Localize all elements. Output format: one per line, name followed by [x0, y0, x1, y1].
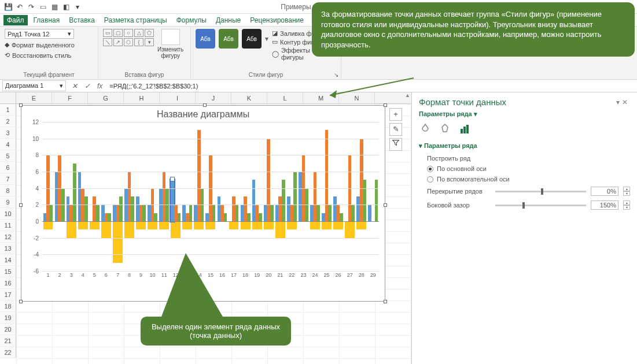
bar-series4[interactable] [136, 221, 146, 229]
bar-series4[interactable] [124, 221, 134, 238]
bar-series3[interactable] [224, 213, 227, 221]
bar-series3[interactable] [247, 213, 251, 221]
column-header[interactable]: J [196, 92, 231, 103]
row-header[interactable]: 19 [0, 312, 16, 324]
row-header[interactable]: 15 [0, 266, 16, 277]
shape-style-swatch[interactable]: Абв [196, 29, 215, 49]
overlap-slider[interactable] [495, 191, 586, 192]
column-header[interactable]: H [124, 92, 160, 103]
bar-series3[interactable] [235, 205, 239, 221]
bar-series4[interactable] [182, 221, 192, 229]
row-header[interactable]: 16 [0, 277, 16, 289]
bar-series3[interactable] [96, 205, 100, 221]
bar-series4[interactable] [333, 221, 343, 229]
pane-close-icon[interactable]: ✕ [622, 98, 630, 106]
bar-series3[interactable] [119, 196, 123, 221]
cancel-formula-icon[interactable]: ✕ [68, 82, 81, 90]
bar-series4[interactable] [275, 221, 285, 238]
column-header[interactable]: F [52, 92, 88, 103]
shape-gallery-item[interactable]: ⬡ [124, 38, 133, 46]
fill-line-tab-icon[interactable] [419, 122, 432, 135]
column-header[interactable]: G [88, 92, 124, 103]
bar-series4[interactable] [241, 221, 251, 229]
chart-styles-button[interactable]: ✎ [389, 123, 402, 136]
row-header[interactable]: 3 [0, 127, 16, 139]
bar-series3[interactable] [50, 205, 53, 221]
tab-layout[interactable]: Разметка страницы [101, 15, 171, 25]
worksheet[interactable]: EFGHIJKLMN 12345678910111213141516171819… [0, 92, 411, 364]
shape-gallery-item[interactable]: { [134, 38, 143, 46]
spinner-down-icon[interactable]: ▾ [623, 191, 630, 196]
shape-gallery-item[interactable]: ▾ [145, 38, 154, 46]
bar-series3[interactable] [375, 180, 378, 221]
bar-series3[interactable] [259, 213, 262, 221]
spinner-up-icon[interactable]: ▴ [623, 200, 630, 205]
tab-formulas[interactable]: Формулы [173, 15, 210, 25]
undo-icon[interactable]: ↶ [15, 2, 24, 12]
tab-data[interactable]: Данные [212, 15, 244, 25]
bar-series4[interactable] [67, 221, 76, 238]
qat-icon[interactable]: ▦ [50, 2, 59, 12]
format-selection-button[interactable]: ◆ Формат выделенного [5, 40, 75, 49]
spinner-up-icon[interactable]: ▴ [623, 187, 630, 191]
bar-series4[interactable] [113, 221, 123, 263]
primary-axis-radio[interactable]: По основной оси [419, 164, 630, 174]
pane-sub[interactable]: Параметры ряда [419, 110, 472, 117]
change-shape-button[interactable]: Изменить фигуру [157, 29, 183, 59]
bar-series4[interactable] [252, 221, 262, 229]
effects-tab-icon[interactable] [439, 122, 451, 135]
bar-series4[interactable] [322, 221, 332, 229]
shape-gallery-item[interactable]: ▢ [113, 29, 123, 37]
row-header[interactable]: 18 [0, 300, 16, 312]
tab-review[interactable]: Рецензирование [246, 15, 307, 25]
bar-series3[interactable] [84, 196, 88, 221]
row-header[interactable]: 13 [0, 243, 16, 254]
column-header[interactable]: E [16, 92, 52, 103]
qat-more-icon[interactable]: ▾ [73, 2, 82, 12]
qat-icon[interactable]: ◧ [61, 2, 71, 12]
tab-insert[interactable]: Вставка [65, 15, 98, 25]
fx-icon[interactable]: fx [94, 82, 106, 90]
bar-series3[interactable] [293, 172, 297, 221]
gap-slider[interactable] [495, 205, 586, 206]
pane-options-icon[interactable]: ▾ [616, 98, 622, 106]
bar-series3[interactable] [282, 180, 285, 221]
bar-series4[interactable] [148, 221, 157, 229]
secondary-axis-radio[interactable]: По вспомогательной оси [419, 174, 630, 184]
row-header[interactable]: 8 [0, 185, 16, 196]
chart-title[interactable]: Название диаграммы [21, 109, 385, 120]
shape-gallery-item[interactable]: △ [134, 29, 143, 37]
accept-formula-icon[interactable]: ✓ [81, 82, 94, 90]
row-header[interactable]: 1 [0, 104, 16, 116]
bar-series3[interactable] [178, 213, 181, 221]
save-icon[interactable]: 💾 [3, 2, 13, 12]
bar-series3[interactable] [189, 205, 193, 221]
spinner-down-icon[interactable]: ▾ [623, 205, 630, 210]
redo-icon[interactable]: ↷ [27, 2, 36, 12]
row-header[interactable]: 11 [0, 220, 16, 231]
row-header[interactable]: 17 [0, 289, 16, 300]
qat-icon[interactable]: ▭ [38, 2, 47, 12]
row-header[interactable]: 4 [0, 139, 16, 150]
bar-series3[interactable] [316, 205, 320, 221]
bar-series3[interactable] [328, 205, 332, 221]
bar-series3[interactable] [351, 205, 355, 221]
chart-filter-button[interactable] [389, 138, 402, 151]
column-header[interactable]: I [160, 92, 196, 103]
series-options-tab-icon[interactable] [458, 122, 471, 135]
bar-series4[interactable] [78, 221, 88, 229]
row-header[interactable]: 9 [0, 196, 16, 208]
bar-series3[interactable] [108, 213, 111, 221]
bar-series4[interactable] [229, 221, 239, 229]
bar-series4[interactable] [194, 221, 204, 229]
gap-value[interactable]: 150% [591, 200, 618, 210]
row-header[interactable]: 6 [0, 162, 16, 173]
bar-series4[interactable] [90, 221, 100, 229]
shape-style-swatch[interactable]: Абв [219, 29, 238, 49]
overlap-value[interactable]: 0% [591, 187, 618, 196]
bar-series4[interactable] [264, 221, 274, 229]
bar-series1[interactable] [368, 205, 371, 221]
bar-series3[interactable] [154, 213, 157, 221]
shape-gallery-item[interactable]: ▭ [103, 29, 112, 37]
row-header[interactable]: 21 [0, 335, 16, 347]
